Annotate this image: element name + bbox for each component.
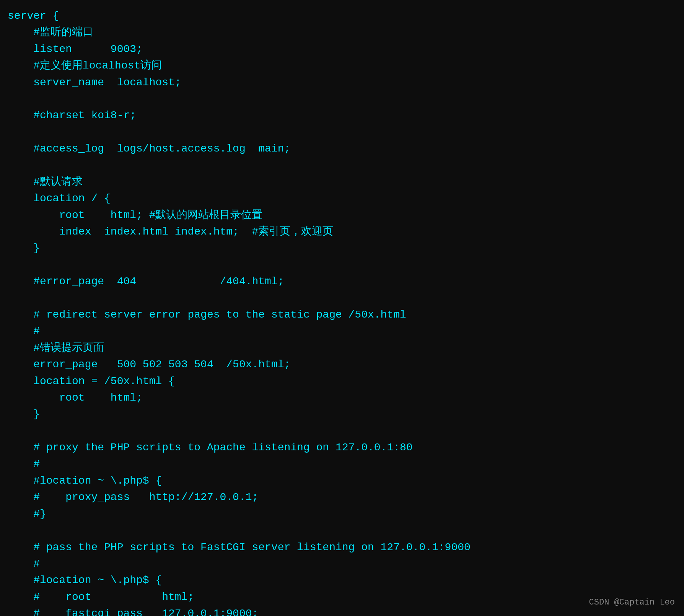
line-26: # proxy the PHP scripts to Apache listen… bbox=[8, 439, 673, 456]
line-24: } bbox=[8, 406, 673, 422]
line-20: #错误提示页面 bbox=[8, 340, 673, 356]
line-25 bbox=[8, 423, 673, 439]
line-28: #location ~ \.php$ { bbox=[8, 473, 673, 489]
watermark: CSDN @Captain Leo bbox=[589, 596, 675, 609]
line-33: # bbox=[8, 556, 673, 572]
line-17 bbox=[8, 290, 673, 306]
line-32: # pass the PHP scripts to FastCGI server… bbox=[8, 539, 673, 556]
line-16: #error_page 404 /404.html; bbox=[8, 273, 673, 290]
line-4: server_name localhost; bbox=[8, 74, 673, 91]
line-18: # redirect server error pages to the sta… bbox=[8, 306, 673, 323]
line-29: # proxy_pass http://127.0.0.1; bbox=[8, 489, 673, 505]
line-30: #} bbox=[8, 506, 673, 522]
line-3: #定义使用localhost访问 bbox=[8, 57, 673, 74]
line-14: } bbox=[8, 240, 673, 256]
line-27: # bbox=[8, 456, 673, 473]
code-container: server { #监听的端口 listen 9003; #定义使用localh… bbox=[8, 8, 673, 616]
line-9 bbox=[8, 157, 673, 174]
line-6: #charset koi8-r; bbox=[8, 107, 673, 124]
line-7 bbox=[8, 124, 673, 140]
line-1: #监听的端口 bbox=[8, 24, 673, 41]
line-15 bbox=[8, 257, 673, 273]
line-19: # bbox=[8, 323, 673, 339]
line-21: error_page 500 502 503 504 /50x.html; bbox=[8, 356, 673, 373]
line-11: location / { bbox=[8, 190, 673, 207]
line-23: root html; bbox=[8, 389, 673, 406]
line-31 bbox=[8, 522, 673, 539]
line-12: root html; #默认的网站根目录位置 bbox=[8, 207, 673, 223]
line-0: server { bbox=[8, 8, 673, 24]
line-8: #access_log logs/host.access.log main; bbox=[8, 140, 673, 157]
line-5 bbox=[8, 91, 673, 107]
line-2: listen 9003; bbox=[8, 41, 673, 57]
line-13: index index.html index.htm; #索引页，欢迎页 bbox=[8, 223, 673, 240]
line-34: #location ~ \.php$ { bbox=[8, 572, 673, 588]
line-36: # fastcgi_pass 127.0.0.1:9000; bbox=[8, 605, 673, 616]
line-22: location = /50x.html { bbox=[8, 373, 673, 389]
line-10: #默认请求 bbox=[8, 174, 673, 190]
line-35: # root html; bbox=[8, 589, 673, 605]
